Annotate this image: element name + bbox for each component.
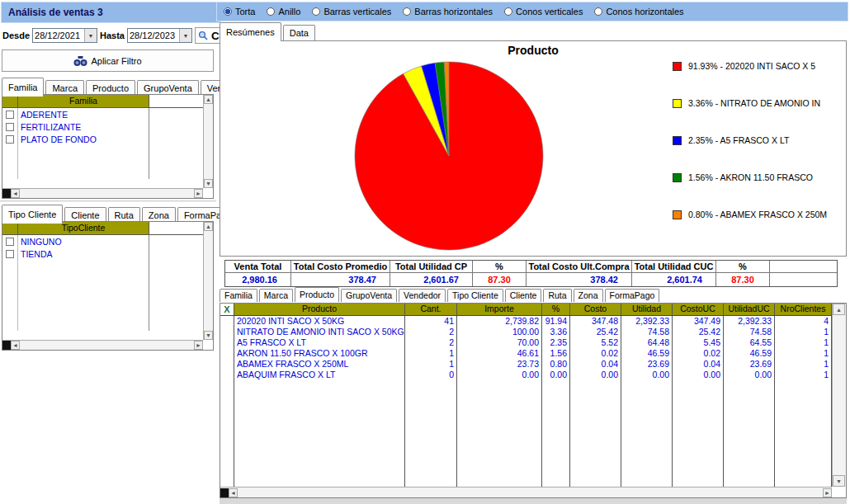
detail-grid-body: 202020 INTI SACO X 50KG412,739.8291.9434…: [220, 316, 832, 487]
value-cell: 46.59: [724, 348, 775, 359]
tab-familia[interactable]: Familia: [2, 78, 44, 97]
familia-row[interactable]: ADERENTE: [2, 108, 213, 120]
value-cell: [775, 434, 832, 445]
value-cell: [405, 434, 457, 445]
detail-tab-vendedor[interactable]: Vendedor: [399, 289, 446, 302]
chevron-down-icon[interactable]: ▼: [179, 29, 191, 42]
scroll-left-icon[interactable]: ◄: [11, 341, 20, 350]
tab-data[interactable]: Data: [283, 25, 315, 41]
checkbox[interactable]: [6, 135, 14, 144]
value-cell: 2,739.82: [457, 316, 542, 327]
value-cell: 1: [405, 359, 457, 370]
aplicar-filtro-button[interactable]: Aplicar Filtro: [2, 49, 214, 72]
radio-conos-horizontales[interactable]: Conos horizontales: [594, 7, 683, 16]
radio-anillo[interactable]: Anillo: [267, 7, 300, 16]
radio-barras-horizontales[interactable]: Barras horizontales: [403, 7, 493, 16]
detail-tab-familia[interactable]: Familia: [220, 289, 257, 302]
column-header-[interactable]: %: [542, 304, 570, 315]
detail-vertical-scrollbar[interactable]: ▲ ▼: [832, 304, 846, 487]
tipocliente-rows: NINGUNOTIENDA: [2, 235, 213, 331]
table-row[interactable]: ABAQUIM FRASCO X LT00.000.000.000.000.00…: [220, 370, 832, 380]
table-row[interactable]: AKRON 11.50 FRASCO X 100GR146.611.560.02…: [220, 348, 832, 359]
legend-label: 3.36% - NITRATO DE AMONIO IN: [688, 98, 820, 108]
value-cell: [570, 380, 621, 391]
table-row[interactable]: NITRATO DE AMONIO INTI SACO X 50KG2100.0…: [220, 327, 832, 337]
desde-combobox[interactable]: ▼: [32, 28, 97, 43]
column-header-costo[interactable]: Costo: [570, 304, 621, 315]
radio-conos-verticales[interactable]: Conos verticales: [504, 7, 583, 16]
excel-export-cell[interactable]: X: [220, 304, 234, 315]
scroll-up-icon[interactable]: ▲: [204, 222, 213, 231]
column-header-nroclientes[interactable]: NroClientes: [775, 304, 832, 315]
familia-grid-header: Familia: [2, 95, 213, 108]
item-label: TIENDA: [21, 249, 53, 259]
value-cell: 0.00: [570, 370, 621, 380]
value-cell: [542, 455, 570, 466]
value-cell: [570, 445, 621, 455]
hasta-input[interactable]: [128, 29, 179, 42]
legend-swatch: [673, 210, 682, 219]
detail-tab-producto[interactable]: Producto: [295, 287, 339, 302]
table-row[interactable]: ABAMEX FRASCO X 250ML123.730.800.0423.69…: [220, 359, 832, 370]
scroll-up-icon[interactable]: ▲: [204, 95, 213, 104]
search-icon: [198, 31, 208, 40]
radio-torta[interactable]: Torta: [224, 7, 255, 16]
value-cell: [775, 455, 832, 466]
empty-row: [220, 445, 832, 455]
checkbox[interactable]: [6, 250, 14, 258]
detail-tab-marca[interactable]: Marca: [259, 289, 293, 302]
tipocliente-row[interactable]: NINGUNO: [2, 235, 213, 247]
table-row[interactable]: 202020 INTI SACO X 50KG412,739.8291.9434…: [220, 316, 832, 327]
value-cell: [570, 477, 621, 487]
column-header-cant[interactable]: Cant.: [405, 304, 457, 315]
value-cell: [621, 423, 673, 434]
scroll-down-icon[interactable]: ▼: [833, 475, 845, 487]
hasta-combobox[interactable]: ▼: [127, 28, 192, 43]
familia-horizontal-scrollbar[interactable]: ◄ ►: [2, 188, 203, 198]
checkbox[interactable]: [6, 123, 14, 131]
detail-tab-grupoventa[interactable]: GrupoVenta: [341, 289, 397, 302]
column-header-utilidad[interactable]: Utilidad: [621, 304, 673, 315]
checkbox[interactable]: [6, 111, 14, 119]
scroll-right-icon[interactable]: ►: [823, 488, 832, 497]
value-cell: [775, 402, 832, 412]
column-header-importe[interactable]: Importe: [457, 304, 542, 315]
scroll-left-icon[interactable]: ◄: [11, 189, 20, 198]
desde-input[interactable]: [33, 29, 84, 42]
detail-tab-ruta[interactable]: Ruta: [543, 289, 571, 302]
summary-value-cell: 378.47: [291, 273, 390, 286]
empty-row: [220, 412, 832, 423]
familia-row[interactable]: PLATO DE FONDO: [2, 133, 213, 145]
radio-barras-verticales[interactable]: Barras verticales: [312, 7, 391, 16]
column-header-producto[interactable]: Producto: [234, 304, 405, 315]
radio-button-icon: [403, 7, 411, 16]
tipocliente-row[interactable]: TIENDA: [2, 247, 213, 260]
familia-row[interactable]: FERTILIZANTE: [2, 120, 213, 133]
tab-tipo-cliente[interactable]: Tipo Cliente: [2, 205, 63, 224]
column-header-utilidaduc[interactable]: UtilidadUC: [724, 304, 775, 315]
tab-resumenes[interactable]: Resúmenes: [220, 22, 281, 41]
value-cell: 1: [775, 337, 832, 348]
tipocliente-vertical-scrollbar[interactable]: ▲ ▼: [203, 222, 213, 340]
scroll-right-icon[interactable]: ►: [194, 341, 203, 350]
product-cell: [234, 380, 405, 391]
column-header-costouc[interactable]: CostoUC: [673, 304, 724, 315]
value-cell: [673, 434, 724, 445]
detail-tab-tipo-cliente[interactable]: Tipo Cliente: [447, 289, 503, 302]
checkbox[interactable]: [6, 238, 14, 246]
tipocliente-horizontal-scrollbar[interactable]: ◄ ►: [2, 340, 203, 350]
familia-vertical-scrollbar[interactable]: ▲ ▼: [203, 95, 213, 188]
scroll-right-icon[interactable]: ►: [194, 189, 203, 198]
scroll-down-icon[interactable]: ▼: [204, 179, 213, 188]
table-row[interactable]: A5 FRASCO X LT270.002.355.5264.485.4564.…: [220, 337, 832, 348]
scroll-down-icon[interactable]: ▼: [204, 331, 213, 340]
scroll-up-icon[interactable]: ▲: [833, 304, 845, 315]
detail-horizontal-scrollbar[interactable]: ◄ ►: [220, 487, 832, 497]
value-cell: 2: [405, 337, 457, 348]
detail-tab-formapago[interactable]: FormaPago: [605, 289, 660, 302]
scroll-left-icon[interactable]: ◄: [229, 488, 238, 497]
detail-tab-cliente[interactable]: Cliente: [505, 289, 542, 302]
detail-tab-zona[interactable]: Zona: [574, 289, 603, 302]
chevron-down-icon[interactable]: ▼: [84, 29, 97, 42]
value-cell: [570, 402, 621, 412]
